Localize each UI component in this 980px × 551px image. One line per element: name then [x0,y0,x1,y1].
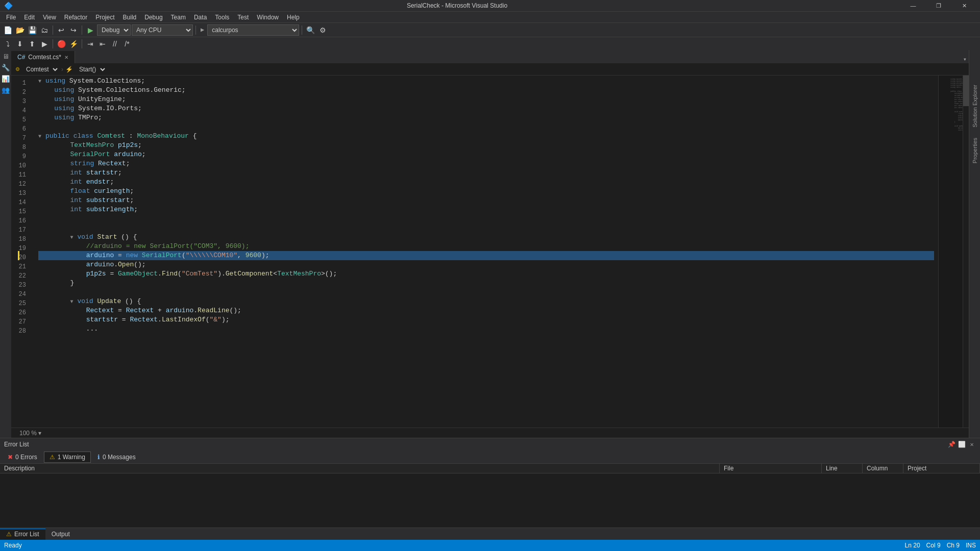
token-plain: TMPro; [74,114,102,121]
col-file[interactable]: File [720,464,822,473]
startup-project-dropdown[interactable]: calcurpos [207,24,299,36]
breakpoint-btn[interactable]: 🔴 [56,38,67,49]
save-btn[interactable]: 💾 [27,24,38,36]
token-field: p1p2s [118,141,138,149]
bottom-tab-errorlist-icon: ⚠ [6,531,12,538]
menu-refactor[interactable]: Refactor [60,13,91,22]
token-collapse[interactable]: ▼ [38,132,45,141]
uncomment-btn[interactable]: /* [121,38,133,49]
tab-comtest[interactable]: C# Comtest.cs* ✕ [11,51,75,63]
col-project[interactable]: Project [903,464,980,473]
sidebar-server-explorer[interactable]: 🖥 [1,52,10,61]
menu-tools[interactable]: Tools [211,13,233,22]
start-btn[interactable]: ▶ [85,24,96,36]
close-panel-btn[interactable]: ✕ [968,440,976,448]
menu-project[interactable]: Project [91,13,118,22]
tab-bar: C# Comtest.cs* ✕ ▾ [11,50,969,63]
error-list-filter-tabs: ✖ 0 Errors ⚠ 1 Warning ℹ 0 Messages [0,450,980,464]
token-kw: using [54,105,74,112]
editor-with-minimap: 1234567891011121314151617181920212223242… [11,76,969,428]
search-btn[interactable]: 🔍 [305,24,316,36]
outdent-btn[interactable]: ⇤ [97,38,108,49]
menu-edit[interactable]: Edit [20,13,39,22]
tab-close-icon[interactable]: ✕ [64,55,68,60]
menu-help[interactable]: Help [283,13,304,22]
indent-btn[interactable]: ⇥ [85,38,96,49]
new-project-btn[interactable]: 📄 [2,24,13,36]
window-title: SerialCheck - Microsoft Visual Studio [13,2,901,9]
step-over-btn[interactable]: ⤵ [2,38,13,49]
menu-build[interactable]: Build [119,13,141,22]
menu-view[interactable]: View [39,13,60,22]
save-all-btn[interactable]: 🗂 [39,24,50,36]
minimize-button[interactable]: — [901,0,925,11]
scrollbar-thumb[interactable] [963,76,969,106]
code-line-21: arduino.Open(); [38,260,934,269]
bottom-panel: Error List 📌 ⬜ ✕ ✖ 0 Errors ⚠ 1 Warning … [0,438,980,540]
bottom-tab-errorlist[interactable]: ⚠ Error List [0,529,45,540]
comment-btn[interactable]: // [109,38,120,49]
menu-debug[interactable]: Debug [140,13,166,22]
refactor-btn[interactable]: ⚙ [317,24,328,36]
token-collapse[interactable]: ▼ [38,77,45,86]
code-content[interactable]: ▼using System.Collections; using System.… [34,76,938,428]
code-editor[interactable]: 1234567891011121314151617181920212223242… [11,76,938,428]
sidebar-datasources[interactable]: 📊 [1,74,10,84]
continue-btn[interactable]: ▶ [39,38,50,49]
bottom-tab-output[interactable]: Output [45,529,76,540]
exception-btn[interactable]: ⚡ [68,38,79,49]
sidebar-teamexplorer[interactable]: 👥 [1,86,10,95]
menu-test[interactable]: Test [233,13,253,22]
right-scrollbar[interactable]: using System.Collections; using System.C… [938,76,969,428]
line-number-13: 13 [11,189,30,198]
breadcrumb-method-dropdown[interactable]: Start() [75,65,107,73]
error-tab-errors[interactable]: ✖ 0 Errors [2,452,43,463]
maximize-button[interactable]: ❐ [927,0,950,11]
token-method: LastIndexOf [162,316,206,323]
step-out-btn[interactable]: ⬆ [27,38,38,49]
token-plain [38,105,54,112]
scrollbar-track[interactable] [963,76,969,428]
token-collapse[interactable]: ▼ [70,297,77,307]
menu-team[interactable]: Team [167,13,190,22]
open-btn[interactable]: 📂 [14,24,26,36]
float-panel-btn[interactable]: ⬜ [958,440,966,448]
title-bar: 🔷 SerialCheck - Microsoft Visual Studio … [0,0,980,11]
token-kw: int [70,169,82,177]
token-plain: (); [230,307,241,314]
step-into-btn[interactable]: ⬇ [14,38,26,49]
token-string: "\\\\\\COM10" [186,252,237,259]
platform-dropdown[interactable]: Any CPU [132,24,193,36]
solution-explorer-label[interactable]: Solution Explorer [971,81,979,132]
menu-file[interactable]: File [2,13,20,22]
line-number-7: 7 [11,134,30,143]
status-bar: Ready Ln 20 Col 9 Ch 9 INS [0,540,980,551]
error-tab-warnings[interactable]: ⚠ 1 Warning [44,452,91,463]
build-config-dropdown[interactable]: Debug [97,24,131,36]
sidebar-toolbox[interactable]: 🔧 [1,63,10,72]
breadcrumb-class-dropdown[interactable]: Comtest [22,65,59,73]
line-numbers: 1234567891011121314151617181920212223242… [11,76,34,428]
left-sidebar: 🖥 🔧 📊 👥 [0,50,11,438]
token-collapse[interactable]: ▼ [70,233,77,242]
col-line[interactable]: Line [822,464,863,473]
close-button[interactable]: ✕ [952,0,976,11]
menu-window[interactable]: Window [253,13,283,22]
col-description[interactable]: Description [0,464,720,473]
message-count-label: 0 Messages [103,454,136,461]
token-plain [38,261,86,268]
token-kw: using [54,86,74,94]
token-plain [94,160,98,167]
pin-panel-btn[interactable]: 📌 [947,440,955,448]
menu-data[interactable]: Data [190,13,211,22]
token-method: Find [162,270,178,278]
redo-btn[interactable]: ↪ [68,24,79,36]
token-plain [82,169,86,177]
scroll-tabs-right[interactable]: ▾ [961,56,969,63]
token-comment: //arduino = new SerialPort("COM3", 9600)… [86,242,250,250]
undo-btn[interactable]: ↩ [56,24,67,36]
error-tab-messages[interactable]: ℹ 0 Messages [92,452,141,463]
properties-label[interactable]: Properties [971,134,979,167]
col-column[interactable]: Column [863,464,903,473]
minimap-preview: using System.Collections; using System.C… [939,76,963,428]
